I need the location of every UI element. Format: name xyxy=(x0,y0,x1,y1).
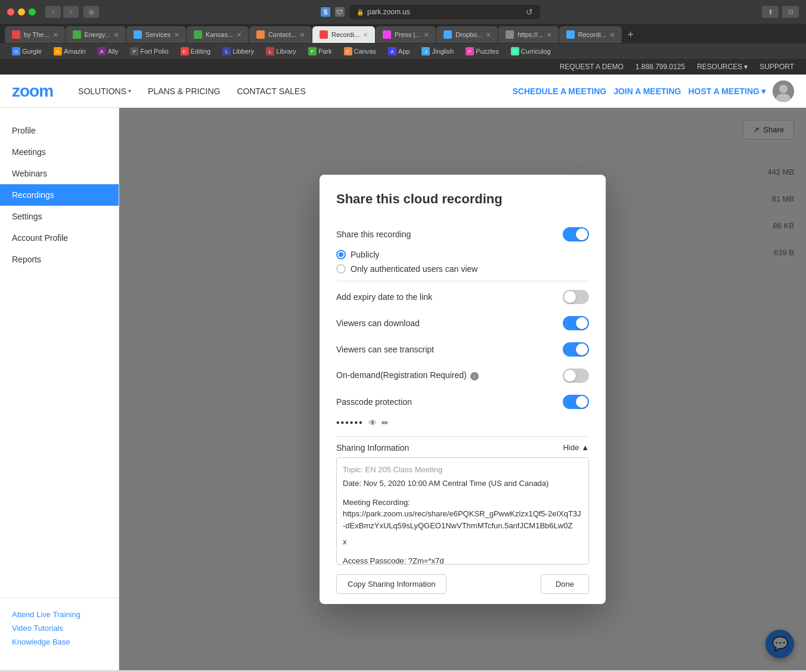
tab-9[interactable]: Recordi... ✕ xyxy=(559,26,622,43)
tab-close-3[interactable]: ✕ xyxy=(237,32,241,38)
done-button[interactable]: Done xyxy=(541,574,589,594)
back-button[interactable]: ‹ xyxy=(45,6,61,18)
user-avatar[interactable] xyxy=(773,80,794,102)
maximize-button[interactable] xyxy=(29,8,36,16)
bookmark-library[interactable]: L Library xyxy=(261,46,301,57)
sidebar-item-reports[interactable]: Reports xyxy=(0,249,119,270)
sidebar-item-profile[interactable]: Profile xyxy=(0,120,119,141)
radio-publicly[interactable]: Publicly xyxy=(336,250,589,259)
new-tab-add-button[interactable]: + xyxy=(622,26,639,43)
tab-8[interactable]: https://... ✕ xyxy=(498,26,558,43)
main-content: ↗ Share 442 MB 81 MB 86 KB 639 B Share t… xyxy=(119,108,806,670)
bookmark-favicon-library: L xyxy=(266,47,274,55)
add-expiry-toggle[interactable] xyxy=(563,290,589,304)
pencil-icon[interactable]: ✏ xyxy=(382,418,389,428)
radio-authenticated[interactable]: Only authenticated users can view xyxy=(336,264,589,274)
share-recording-toggle[interactable] xyxy=(563,227,589,241)
tab-5[interactable]: Recordi... ✕ xyxy=(312,26,375,43)
nav-plans-pricing[interactable]: PLANS & PRICING xyxy=(141,82,227,101)
on-demand-toggle[interactable] xyxy=(563,368,589,383)
bookmark-canvas[interactable]: C Canvas xyxy=(339,46,381,57)
copy-sharing-info-button[interactable]: Copy Sharing Information xyxy=(336,574,447,594)
on-demand-label: On-demand(Registration Required) i xyxy=(336,370,479,380)
tab-7[interactable]: Dropbo... ✕ xyxy=(436,26,498,43)
on-demand-info-icon[interactable]: i xyxy=(470,372,479,380)
bookmark-favicon-libbery: L xyxy=(222,47,231,55)
tab-3[interactable]: Kansas... ✕ xyxy=(187,26,249,43)
tab-0[interactable]: by The... ✕ xyxy=(5,26,65,43)
request-demo-link[interactable]: REQUEST A DEMO xyxy=(560,63,624,71)
tab-2[interactable]: Services ✕ xyxy=(126,26,186,43)
passcode-toggle[interactable] xyxy=(563,395,589,409)
tab-close-8[interactable]: ✕ xyxy=(547,32,551,38)
hide-button[interactable]: Hide ▲ xyxy=(563,443,589,452)
bookmark-favicon-puzzles: P xyxy=(466,47,474,55)
divider-1 xyxy=(336,281,589,281)
sidebar-toggle-button[interactable]: ⊞ xyxy=(83,6,99,18)
tab-close-0[interactable]: ✕ xyxy=(53,32,58,38)
bookmark-libbery[interactable]: L Libbery xyxy=(218,46,259,57)
tab-label-2: Services xyxy=(145,31,170,38)
sidebar-item-account-profile[interactable]: Account Profile xyxy=(0,227,119,249)
share-browser-button[interactable]: ⬆ xyxy=(762,6,779,18)
close-button[interactable] xyxy=(7,8,14,16)
tab-label-8: https://... xyxy=(517,31,542,38)
bookmark-editing[interactable]: E Editing xyxy=(176,46,216,57)
bookmark-amazin[interactable]: A Amazin xyxy=(49,46,91,57)
tab-close-7[interactable]: ✕ xyxy=(486,32,491,38)
minimize-button[interactable] xyxy=(18,8,25,16)
passcode-label: Passcode protection xyxy=(336,397,412,407)
video-tutorials-link[interactable]: Video Tutorials xyxy=(12,624,107,633)
refresh-button[interactable]: ↺ xyxy=(526,7,533,17)
bookmark-jinglish[interactable]: J Jinglish xyxy=(417,46,458,57)
resources-link[interactable]: RESOURCES ▾ xyxy=(697,63,748,71)
join-meeting-button[interactable]: JOIN A MEETING xyxy=(613,86,681,96)
tab-close-6[interactable]: ✕ xyxy=(424,32,429,38)
tab-close-1[interactable]: ✕ xyxy=(114,32,119,38)
sharing-text-area[interactable]: Topic: EN 205 Class Meeting Date: Nov 5,… xyxy=(336,457,589,565)
viewers-download-toggle[interactable] xyxy=(563,316,589,330)
add-expiry-toggle-knob xyxy=(564,291,576,303)
zoom-main-nav: zoom SOLUTIONS ▾ PLANS & PRICING CONTACT… xyxy=(0,75,806,108)
bookmark-fortpolio[interactable]: F Fort Polio xyxy=(125,46,173,57)
viewers-transcript-row: Viewers can see transcript xyxy=(336,336,589,363)
host-meeting-button[interactable]: HOST A MEETING ▾ xyxy=(688,86,765,96)
modal-overlay: Share this cloud recording Share this re… xyxy=(119,108,806,670)
bookmark-puzzles[interactable]: P Puzzles xyxy=(461,46,504,57)
new-tab-button[interactable]: ⊡ xyxy=(782,6,799,18)
bookmark-park[interactable]: P Park xyxy=(303,46,337,57)
bookmark-favicon-canvas: C xyxy=(344,47,352,55)
modal-footer: Copy Sharing Information Done xyxy=(336,574,589,594)
nav-contact-sales[interactable]: CONTACT SALES xyxy=(230,82,312,101)
attend-live-training-link[interactable]: Attend Live Training xyxy=(12,610,107,619)
resources-chevron-icon: ▾ xyxy=(744,63,748,71)
tab-close-4[interactable]: ✕ xyxy=(300,32,305,38)
address-bar[interactable]: 🔒 park.zoom.us ↺ xyxy=(349,5,540,19)
viewers-transcript-toggle[interactable] xyxy=(563,342,589,357)
sidebar-item-settings[interactable]: Settings xyxy=(0,206,119,227)
sidebar: Profile Meetings Webinars Recordings Set… xyxy=(0,108,119,670)
tab-close-9[interactable]: ✕ xyxy=(610,32,615,38)
tab-1[interactable]: Energy... ✕ xyxy=(66,26,126,43)
sidebar-item-meetings[interactable]: Meetings xyxy=(0,141,119,163)
bookmark-app[interactable]: A App xyxy=(383,46,415,57)
bookmark-curriculog[interactable]: C Curriculog xyxy=(506,46,556,57)
tab-close-2[interactable]: ✕ xyxy=(174,32,179,38)
tab-close-5[interactable]: ✕ xyxy=(363,32,368,38)
eye-icon[interactable]: 👁 xyxy=(368,418,377,428)
schedule-meeting-button[interactable]: SCHEDULE A MEETING xyxy=(513,86,607,96)
zoom-top-nav: REQUEST A DEMO 1.888.799.0125 RESOURCES … xyxy=(0,59,806,75)
support-link[interactable]: SUPPORT xyxy=(760,63,794,71)
bookmark-gurgle[interactable]: G Gurgle xyxy=(7,46,46,57)
nav-solutions[interactable]: SOLUTIONS ▾ xyxy=(71,82,138,101)
tab-4[interactable]: Contact... ✕ xyxy=(249,26,312,43)
knowledge-base-link[interactable]: Knowledge Base xyxy=(12,637,107,646)
sidebar-item-webinars[interactable]: Webinars xyxy=(0,163,119,184)
tab-6[interactable]: Press |... ✕ xyxy=(376,26,436,43)
forward-button[interactable]: › xyxy=(63,6,79,18)
sidebar-item-recordings[interactable]: Recordings xyxy=(0,184,119,206)
tab-favicon-2 xyxy=(134,30,142,39)
url-text: park.zoom.us xyxy=(367,8,410,16)
svg-point-1 xyxy=(779,85,788,93)
bookmark-ally[interactable]: A Ally xyxy=(93,46,123,57)
